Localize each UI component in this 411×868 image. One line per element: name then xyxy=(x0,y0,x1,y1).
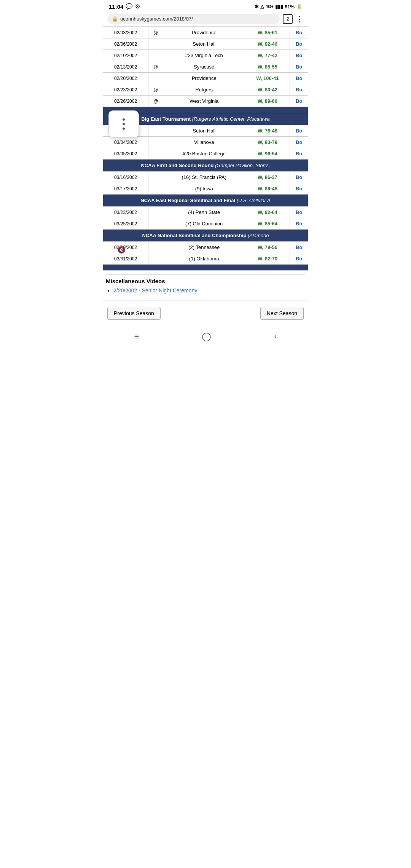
battery-icon: 🔋 xyxy=(296,4,302,10)
table-row: 03/05/2002 #20 Boston College W, 96-54 B… xyxy=(103,148,308,160)
table-row: 03/17/2002 (9) Iowa W, 86-48 Bo xyxy=(103,183,308,195)
game-link[interactable]: Bo xyxy=(290,137,308,148)
ncaa-east-header: NCAA East Regional Semifinal and Final (… xyxy=(103,195,308,206)
misc-title: Miscellaneous Videos xyxy=(106,274,305,284)
game-date: 02/26/2002 xyxy=(103,96,148,107)
game-score: W, 96-54 xyxy=(245,148,290,160)
game-at xyxy=(148,148,163,160)
game-link[interactable]: Bo xyxy=(290,253,308,265)
game-opponent: (7) Old Dominion xyxy=(163,218,245,230)
game-link[interactable]: Bo xyxy=(290,38,308,50)
game-score: W, 85-64 xyxy=(245,218,290,230)
game-link[interactable]: Bo xyxy=(290,27,308,38)
ncaa-national-header: NCAA National Semifinal and Championship… xyxy=(103,230,308,241)
game-opponent: West Virginia xyxy=(163,96,245,107)
game-opponent: Seton Hall xyxy=(163,125,245,137)
big-east-venue-text: (Rutgers Athletic Center, Piscatawa xyxy=(192,116,270,122)
wifi-icon: △ xyxy=(260,4,264,10)
ncaa-national-games: 03/29/2002 (2) Tennessee W, 79-56 Bo 03/… xyxy=(103,242,308,265)
menu-icon[interactable]: ≡ xyxy=(134,332,139,341)
game-link[interactable]: Bo xyxy=(290,61,308,73)
table-row: 03/29/2002 (2) Tennessee W, 79-56 Bo xyxy=(103,242,308,253)
game-opponent: Rutgers xyxy=(163,84,245,96)
game-date: 02/03/2002 xyxy=(103,27,148,38)
ncaa-first-venue-text: (Gampel Pavilion, Storrs, xyxy=(215,163,270,168)
ncaa-first-title: NCAA First and Second Round xyxy=(141,163,213,168)
status-bar: 11:04 💬 ⊙ ✱ △ 4G+ ▮▮▮ 81% 🔋 xyxy=(103,0,308,11)
table-row: 02/10/2002 #23 Virginia Tech W, 77-42 Bo xyxy=(103,50,308,61)
ncaa-first-header-row: NCAA First and Second Round (Gampel Pavi… xyxy=(103,160,308,172)
game-link[interactable]: Bo xyxy=(290,242,308,253)
dot3 xyxy=(123,128,125,130)
browser-bar: 🔒 uconnhuskygames.com/2018/07/ 2 ⋮ xyxy=(103,11,308,27)
game-opponent: (9) Iowa xyxy=(163,183,245,195)
game-score: W, 80-42 xyxy=(245,84,290,96)
misc-list: 2/20/2002 - Senior Night Ceremony xyxy=(106,287,305,294)
game-at xyxy=(148,242,163,253)
table-row: 03/16/2002 (16) St. Francis (PA) W, 86-3… xyxy=(103,172,308,183)
dot1 xyxy=(123,118,125,121)
menu-dots-icon[interactable]: ⋮ xyxy=(296,14,304,24)
url-text: uconnhuskygames.com/2018/07/ xyxy=(120,16,193,22)
ncaa-east-section: NCAA East Regional Semifinal and Final (… xyxy=(103,195,308,207)
popup-menu xyxy=(108,110,139,138)
game-score: W, 92-40 xyxy=(245,38,290,50)
game-at xyxy=(148,73,163,84)
prev-season-button[interactable]: Previous Season xyxy=(107,307,161,320)
regular-games-section: 02/03/2002 @ Providence W, 85-61 Bo 02/0… xyxy=(103,27,308,107)
game-link[interactable]: Bo xyxy=(290,125,308,137)
url-bar[interactable]: 🔒 uconnhuskygames.com/2018/07/ xyxy=(107,14,280,24)
game-link[interactable]: Bo xyxy=(290,207,308,218)
senior-night-link[interactable]: 2/20/2002 - Senior Night Ceremony xyxy=(113,287,197,294)
dot2 xyxy=(123,123,125,125)
game-opponent: Seton Hall xyxy=(163,38,245,50)
battery-percent: 81% xyxy=(285,4,295,10)
game-opponent: (4) Penn State xyxy=(163,207,245,218)
ncaa-national-title: NCAA National Semifinal and Championship xyxy=(142,233,246,238)
game-at xyxy=(148,137,163,148)
back-icon[interactable]: ‹ xyxy=(274,332,277,341)
game-score: W, 89-60 xyxy=(245,96,290,107)
tab-count[interactable]: 2 xyxy=(283,14,293,24)
game-link[interactable]: Bo xyxy=(290,84,308,96)
game-link[interactable]: Bo xyxy=(290,183,308,195)
nav-buttons: Previous Season Next Season xyxy=(103,300,308,326)
game-at: @ xyxy=(148,61,163,73)
game-score: W, 85-55 xyxy=(245,61,290,73)
status-left: 11:04 💬 ⊙ xyxy=(109,3,140,10)
game-date: 02/23/2002 xyxy=(103,84,148,96)
game-link[interactable]: Bo xyxy=(290,148,308,160)
game-link[interactable]: Bo xyxy=(290,218,308,230)
games-table: 02/03/2002 @ Providence W, 85-61 Bo 02/0… xyxy=(103,27,308,271)
game-score: W, 86-37 xyxy=(245,172,290,183)
ncaa-first-games: 03/16/2002 (16) St. Francis (PA) W, 86-3… xyxy=(103,172,308,195)
game-link[interactable]: Bo xyxy=(290,73,308,84)
ncaa-first-section: NCAA First and Second Round (Gampel Pavi… xyxy=(103,160,308,172)
game-date: 02/13/2002 xyxy=(103,61,148,73)
time: 11:04 xyxy=(109,3,123,10)
next-season-button[interactable]: Next Season xyxy=(260,307,304,320)
game-score: W, 83-79 xyxy=(245,137,290,148)
ncaa-east-header-row: NCAA East Regional Semifinal and Final (… xyxy=(103,195,308,207)
game-link[interactable]: Bo xyxy=(290,172,308,183)
list-item: 2/20/2002 - Senior Night Ceremony xyxy=(113,287,305,294)
ncaa-east-title: NCAA East Regional Semifinal and Final xyxy=(140,198,235,203)
game-score: W, 79-56 xyxy=(245,242,290,253)
game-at: @ xyxy=(148,27,163,38)
game-date: 02/06/2002 xyxy=(103,38,148,50)
game-date: 03/25/2002 xyxy=(103,218,148,230)
game-score: W, 85-61 xyxy=(245,27,290,38)
game-opponent: (1) Oklahoma xyxy=(163,253,245,265)
table-row: 02/06/2002 Seton Hall W, 92-40 Bo xyxy=(103,38,308,50)
lock-icon: 🔒 xyxy=(112,16,118,22)
lte-icon: 4G+ xyxy=(266,4,274,9)
game-link[interactable]: Bo xyxy=(290,50,308,61)
game-date: 03/17/2002 xyxy=(103,183,148,195)
big-east-title: Big East Tournament xyxy=(141,116,191,122)
home-icon[interactable]: ◯ xyxy=(202,332,211,341)
game-at xyxy=(148,50,163,61)
bluetooth-icon: ✱ xyxy=(255,4,259,10)
game-link[interactable]: Bo xyxy=(290,96,308,107)
game-opponent: (2) Tennessee xyxy=(163,242,245,253)
game-at: @ xyxy=(148,84,163,96)
